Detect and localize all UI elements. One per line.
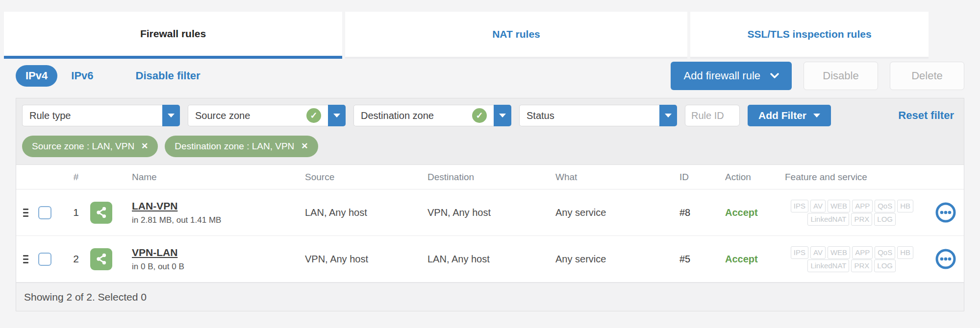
feature-badge: QoS (875, 200, 895, 212)
filter-chip-label: Source zone : LAN, VPN (32, 141, 134, 152)
rule-action: Accept (725, 254, 785, 265)
filter-chip-source-zone: Source zone : LAN, VPN ✕ (22, 136, 158, 157)
feature-badge: QoS (875, 246, 895, 259)
feature-badge: IPS (791, 200, 808, 212)
feature-badge: APP (852, 200, 873, 212)
rule-destination: VPN, Any host (427, 207, 555, 218)
add-firewall-rule-label: Add firewall rule (683, 70, 760, 82)
feature-badge: IPS (791, 246, 808, 259)
rule-name-link[interactable]: VPN-LAN (132, 247, 305, 258)
row-menu-ellipsis-icon[interactable] (927, 248, 964, 270)
add-filter-button[interactable]: Add Filter (748, 105, 831, 126)
row-select-checkbox[interactable] (38, 253, 51, 266)
rule-action: Accept (725, 207, 785, 218)
feature-badge: WEB (828, 200, 850, 212)
drag-handle-icon[interactable] (16, 209, 38, 217)
chip-close-icon[interactable]: ✕ (141, 141, 148, 151)
feature-badges: IPSAVWEBAPPQoSHB LinkedNATPRXLOG (785, 246, 927, 272)
rule-what: Any service (555, 254, 679, 265)
row-number: 1 (62, 207, 90, 218)
filter-bar: Rule type Source zone ✓ Destination zone… (16, 98, 964, 133)
rule-type-filter-value[interactable]: Rule type (22, 105, 162, 126)
status-filter-label: Status (527, 110, 554, 121)
filter-applied-check-icon: ✓ (306, 108, 321, 123)
reset-filter-link[interactable]: Reset filter (898, 109, 954, 122)
rule-name-link[interactable]: LAN-VPN (132, 200, 305, 212)
destination-zone-filter-value[interactable]: Destination zone ✓ (353, 105, 494, 126)
ipv6-toggle[interactable]: IPv6 (71, 70, 93, 82)
rule-type-dropdown-button[interactable] (162, 105, 180, 126)
rule-id: #5 (679, 254, 725, 265)
triangle-down-icon (168, 114, 175, 117)
delete-button[interactable]: Delete (890, 62, 964, 90)
filter-applied-check-icon: ✓ (472, 108, 487, 123)
rule-traffic-stats: in 0 B, out 0 B (132, 262, 305, 272)
disable-button[interactable]: Disable (804, 62, 878, 90)
triangle-down-icon (813, 114, 820, 117)
tab-ssl-tls-inspection-rules[interactable]: SSL/TLS inspection rules (690, 12, 929, 59)
rule-traffic-share-icon[interactable] (90, 202, 112, 224)
header-feature-and-service: Feature and service (785, 172, 927, 183)
feature-badge: AV (810, 246, 826, 259)
header-number: # (62, 172, 90, 183)
row-menu-ellipsis-icon[interactable] (927, 201, 964, 224)
rule-name-cell: VPN-LAN in 0 B, out 0 B (132, 247, 305, 272)
header-source: Source (305, 172, 427, 183)
table-footer-status: Showing 2 of 2. Selected 0 (16, 282, 964, 311)
rule-what: Any service (555, 207, 679, 218)
rule-source: VPN, Any host (305, 254, 427, 265)
header-id: ID (679, 172, 725, 183)
add-firewall-rule-button[interactable]: Add firewall rule (671, 62, 792, 90)
rule-source: LAN, Any host (305, 207, 427, 218)
table-header-row: # Name Source Destination What ID Action… (16, 165, 964, 189)
showing-count-text: Showing 2 of 2. Selected 0 (24, 291, 147, 303)
firewall-rules-page: Firewall rules NAT rules SSL/TLS inspect… (0, 0, 980, 328)
destination-zone-filter-label: Destination zone (361, 110, 434, 121)
triangle-down-icon (333, 114, 340, 117)
rule-type-filter: Rule type (22, 105, 180, 126)
source-zone-filter-label: Source zone (195, 110, 250, 121)
chip-close-icon[interactable]: ✕ (301, 141, 308, 151)
status-filter-value[interactable]: Status (519, 105, 659, 126)
header-action: Action (725, 172, 785, 183)
feature-badge: LOG (874, 213, 896, 226)
destination-zone-filter: Destination zone ✓ (353, 105, 511, 126)
rule-name-cell: LAN-VPN in 2.81 MB, out 1.41 MB (132, 200, 305, 225)
disable-filter-link[interactable]: Disable filter (136, 70, 201, 82)
tab-firewall-rules[interactable]: Firewall rules (4, 12, 342, 59)
filter-chip-label: Destination zone : LAN, VPN (175, 141, 294, 152)
rule-id-input[interactable] (685, 105, 740, 126)
toolbar-actions: Add firewall rule Disable Delete (671, 62, 964, 90)
feature-badges: IPSAVWEBAPPQoSHB LinkedNATPRXLOG (785, 199, 927, 226)
ipv4-toggle[interactable]: IPv4 (16, 65, 57, 87)
status-dropdown-button[interactable] (659, 105, 677, 126)
rule-traffic-stats: in 2.81 MB, out 1.41 MB (132, 215, 305, 225)
tab-nat-rules[interactable]: NAT rules (345, 12, 687, 59)
source-zone-filter-value[interactable]: Source zone ✓ (188, 105, 328, 126)
table-row: 2 VPN-LAN in 0 B, out 0 B VPN, Any host … (16, 236, 964, 282)
row-number: 2 (62, 253, 90, 265)
rule-destination: LAN, Any host (427, 254, 555, 265)
feature-badge: AV (810, 200, 826, 212)
top-tab-bar: Firewall rules NAT rules SSL/TLS inspect… (4, 12, 929, 59)
rule-type-filter-label: Rule type (29, 110, 71, 121)
rule-traffic-share-icon[interactable] (90, 248, 112, 270)
feature-badge: LinkedNAT (807, 259, 849, 272)
chevron-down-icon (770, 73, 779, 79)
feature-badge: WEB (828, 246, 850, 259)
feature-badge: HB (897, 200, 913, 212)
feature-badge: PRX (851, 259, 872, 272)
active-filter-chips: Source zone : LAN, VPN ✕ Destination zon… (16, 133, 964, 165)
drag-handle-icon[interactable] (16, 255, 38, 263)
triangle-down-icon (665, 114, 672, 117)
destination-zone-dropdown-button[interactable] (494, 105, 511, 126)
feature-badge: PRX (851, 213, 872, 226)
row-select-checkbox[interactable] (38, 206, 51, 219)
rules-card: Rule type Source zone ✓ Destination zone… (16, 98, 964, 311)
feature-badge: LOG (874, 259, 896, 272)
feature-badge: LinkedNAT (807, 213, 849, 226)
source-zone-dropdown-button[interactable] (328, 105, 346, 126)
header-what: What (555, 172, 679, 183)
filter-chip-destination-zone: Destination zone : LAN, VPN ✕ (165, 136, 318, 157)
header-name: Name (132, 172, 305, 183)
